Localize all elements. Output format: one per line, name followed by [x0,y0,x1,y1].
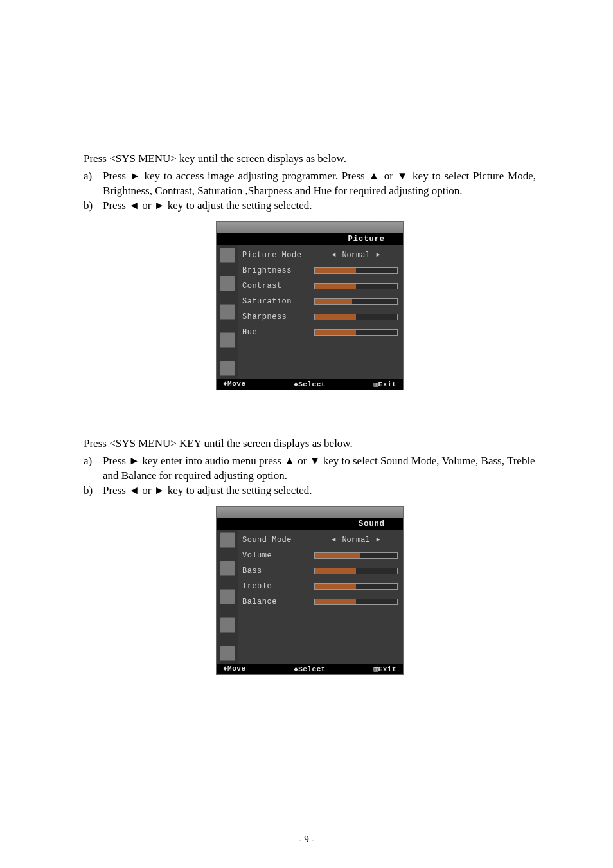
row-hue[interactable]: Hue [242,325,398,340]
picture-category-icon[interactable] [220,248,235,263]
list-marker-a: a) [84,169,103,199]
osd-rows: Picture Mode ◄ Normal ► Brightness Contr… [238,245,403,379]
osd-category-icons [217,245,238,379]
osd-title: Picture [217,233,403,245]
row-spacer [242,610,398,625]
osd-footer: ♦Move ◆Select ▥Exit [217,379,403,390]
row-contrast[interactable]: Contrast [242,278,398,294]
picture-category-icon[interactable] [220,532,235,548]
misc-category-icon[interactable] [220,646,235,661]
settings-category-icon[interactable] [220,617,235,633]
page-number: - 9 - [0,834,613,845]
list-marker-a: a) [84,454,103,484]
osd-category-icons [217,530,238,664]
sound-step-b: Press ◄ or ► key to adjust the setting s… [103,484,536,498]
left-arrow-icon[interactable]: ◄ [332,536,335,543]
row-picture-mode[interactable]: Picture Mode ◄ Normal ► [242,248,398,263]
list-marker-b: b) [84,484,103,498]
osd-footer: ♦Move ◆Select ▥Exit [217,664,403,674]
saturation-slider[interactable] [314,298,398,305]
row-brightness[interactable]: Brightness [242,263,398,278]
list-item: b) Press ◄ or ► key to adjust the settin… [84,484,536,498]
osd-label: Picture Mode [242,251,314,260]
sound-steps-list: a) Press ► key enter into audio menu pre… [84,454,536,498]
brightness-slider[interactable] [314,267,398,274]
picture-step-a: Press ► key to access image adjusting pr… [103,169,536,199]
osd-title: Sound [217,518,403,530]
osd-body: Picture Mode ◄ Normal ► Brightness Contr… [217,245,403,379]
balance-slider[interactable] [314,599,398,605]
osd-label: Sound Mode [242,536,314,545]
picture-osd-screenshot: Picture Picture Mode ◄ Normal ► [84,221,536,390]
osd-chrome-top [217,507,403,518]
footer-move: ♦Move [223,665,268,673]
picture-intro: Press <SYS MENU> key until the screen di… [84,152,536,167]
row-treble[interactable]: Treble [242,579,398,594]
osd-rows: Sound Mode ◄ Normal ► Volume Bass [238,530,403,664]
globe-category-icon[interactable] [220,561,235,576]
row-volume[interactable]: Volume [242,548,398,563]
sound-mode-value: Normal [342,536,369,545]
settings-category-icon[interactable] [220,332,235,348]
osd-label: Treble [242,582,314,591]
row-saturation[interactable]: Saturation [242,294,398,309]
list-marker-b: b) [84,199,103,213]
footer-exit: ▥Exit [351,665,396,673]
list-item: a) Press ► key to access image adjusting… [84,169,536,199]
left-arrow-icon[interactable]: ◄ [332,251,335,258]
osd-panel: Picture Picture Mode ◄ Normal ► [216,221,404,390]
picture-steps-list: a) Press ► key to access image adjusting… [84,169,536,213]
hue-slider[interactable] [314,329,398,336]
osd-label: Brightness [242,266,314,275]
osd-label: Bass [242,566,314,575]
osd-label: Contrast [242,282,314,291]
misc-category-icon[interactable] [220,361,235,376]
osd-label: Volume [242,551,314,560]
osd-label: Saturation [242,297,314,306]
picture-mode-value: Normal [342,251,369,260]
right-arrow-icon[interactable]: ► [377,251,380,258]
list-item: b) Press ◄ or ► key to adjust the settin… [84,199,536,213]
page: Press <SYS MENU> key until the screen di… [0,0,613,868]
osd-panel: Sound Sound Mode ◄ Normal ► [216,506,404,675]
picture-step-b: Press ◄ or ► key to adjust the setting s… [103,199,536,213]
osd-label: Balance [242,597,314,606]
row-sharpness[interactable]: Sharpness [242,309,398,325]
footer-select: ◆Select [268,380,351,388]
treble-slider[interactable] [314,583,398,590]
sound-category-icon[interactable] [220,304,235,320]
footer-move: ♦Move [223,380,268,388]
footer-exit: ▥Exit [351,380,396,388]
osd-body: Sound Mode ◄ Normal ► Volume Bass [217,530,403,664]
sound-osd-screenshot: Sound Sound Mode ◄ Normal ► [84,506,536,675]
right-arrow-icon[interactable]: ► [377,536,380,543]
row-bass[interactable]: Bass [242,563,398,579]
volume-slider[interactable] [314,552,398,559]
osd-value-selector: ◄ Normal ► [314,536,398,545]
contrast-slider[interactable] [314,283,398,289]
footer-select: ◆Select [268,665,351,673]
osd-label: Sharpness [242,312,314,321]
sharpness-slider[interactable] [314,314,398,320]
row-sound-mode[interactable]: Sound Mode ◄ Normal ► [242,532,398,548]
globe-category-icon[interactable] [220,276,235,291]
sound-category-icon[interactable] [220,589,235,604]
osd-value-selector: ◄ Normal ► [314,251,398,260]
bass-slider[interactable] [314,568,398,574]
osd-label: Hue [242,328,314,337]
sound-step-a: Press ► key enter into audio menu press … [103,454,536,484]
sound-intro: Press <SYS MENU> KEY until the screen di… [84,437,536,451]
row-balance[interactable]: Balance [242,594,398,610]
list-item: a) Press ► key enter into audio menu pre… [84,454,536,484]
osd-chrome-top [217,222,403,233]
